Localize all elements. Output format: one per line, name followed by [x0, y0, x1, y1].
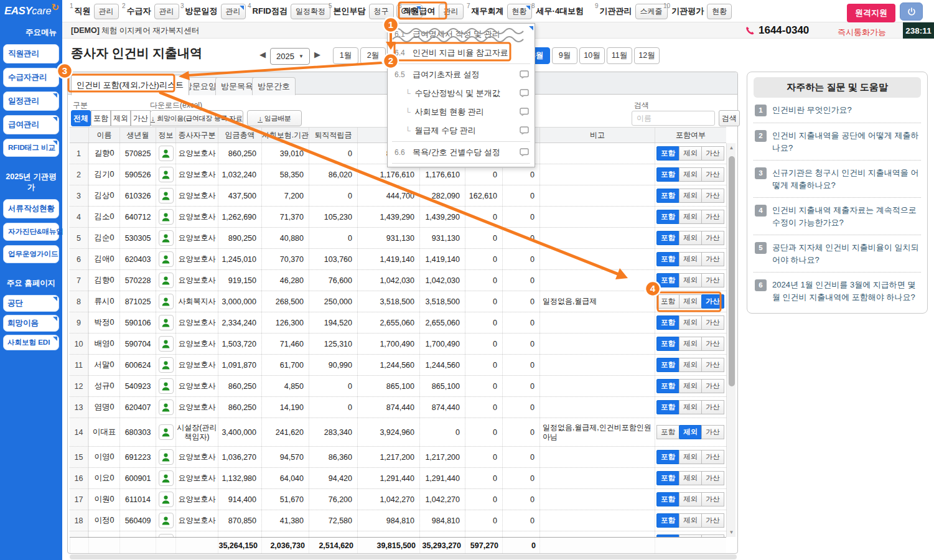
status-button-가산[interactable]: 가산	[701, 337, 724, 351]
download-button-2[interactable]: ↓임금배분	[247, 110, 302, 126]
employee-info-button[interactable]	[159, 336, 174, 352]
status-button-가산[interactable]: 가산	[701, 294, 724, 309]
faq-item-5[interactable]: 5공단과 지자체 인건비 지출비율이 일치되어야 하나요?	[754, 235, 921, 273]
employee-info-button[interactable]	[159, 188, 174, 203]
nav-item-label[interactable]: 재무회계	[472, 6, 504, 17]
employee-info-button[interactable]	[159, 424, 174, 440]
employee-info-button[interactable]	[159, 513, 174, 528]
prev-year-button[interactable]: ◀	[259, 50, 266, 59]
employee-info-button[interactable]	[159, 167, 174, 182]
nav-item-label[interactable]: 방문일정	[185, 6, 218, 17]
nav-item-label[interactable]: 세무·4대보험	[536, 6, 584, 17]
menu-item-수당산정방식 및 분개값[interactable]: └수당산정방식 및 분개값	[388, 84, 535, 103]
filter-button-가산[interactable]: 가산	[131, 110, 151, 126]
menu-item-6.1[interactable]: 6.1급여명세서 작성 및 관리	[388, 25, 535, 44]
download-button-1[interactable]: ↓희망이음(급여대장 등록 자료)	[150, 110, 243, 126]
faq-item-6[interactable]: 62024년 1월 인건비를 3월에 지급하면 몇월 인건비 지출내역에 포함해…	[754, 273, 921, 309]
status-button-가산[interactable]: 가산	[701, 513, 724, 528]
status-button-포함[interactable]: 포함	[656, 210, 679, 224]
employee-info-button[interactable]	[159, 209, 174, 225]
nav-sub-button[interactable]: 청구	[369, 4, 394, 19]
employee-info-button[interactable]	[159, 399, 174, 415]
employee-info-button[interactable]	[159, 146, 174, 161]
menu-item-월급제 수당 관리[interactable]: └월급제 수당 관리	[388, 121, 535, 140]
filter-button-제외[interactable]: 제외	[111, 110, 131, 126]
employee-info-button[interactable]	[159, 251, 174, 267]
nav-sub-button[interactable]: 스케줄	[635, 4, 668, 19]
sidebar-item-서류작성현황[interactable]: 서류작성현황	[3, 199, 59, 218]
status-button-제외[interactable]: 제외	[679, 252, 702, 266]
tab-1[interactable]: 인건비 포함(제외,가산)리스트	[71, 75, 189, 95]
sidebar-item-사회보험 EDI[interactable]: 사회보험 EDI	[3, 335, 59, 350]
nav-item-label[interactable]: RFID점검	[253, 6, 287, 17]
nav-sub-button[interactable]: 일정확정	[291, 4, 330, 19]
status-button-포함[interactable]: 포함	[656, 337, 679, 351]
month-button-12월[interactable]: 12월	[634, 47, 660, 64]
sidebar-item-업무운영가이드[interactable]: 업무운영가이드	[3, 245, 59, 263]
status-button-포함[interactable]: 포함	[656, 315, 679, 330]
status-button-제외[interactable]: 제외	[679, 315, 702, 330]
power-button[interactable]	[900, 2, 923, 21]
status-button-포함[interactable]: 포함	[656, 471, 679, 485]
employee-info-button[interactable]	[159, 273, 174, 288]
status-button-제외[interactable]: 제외	[679, 379, 702, 393]
status-button-포함[interactable]: 포함	[656, 231, 679, 245]
search-button[interactable]: 검색	[719, 110, 740, 126]
status-button-제외[interactable]: 제외	[679, 492, 702, 506]
status-button-제외[interactable]: 제외	[679, 167, 702, 182]
sidebar-item-RFID태그 비교[interactable]: RFID태그 비교	[3, 139, 59, 157]
employee-info-button[interactable]	[159, 230, 174, 246]
filter-button-포함[interactable]: 포함	[91, 110, 111, 126]
employee-info-button[interactable]	[159, 492, 174, 507]
status-button-가산[interactable]: 가산	[701, 450, 724, 464]
status-button-가산[interactable]: 가산	[701, 358, 724, 372]
status-button-가산[interactable]: 가산	[701, 231, 724, 245]
status-button-포함[interactable]: 포함	[656, 400, 679, 414]
status-button-가산[interactable]: 가산	[701, 400, 724, 414]
status-button-포함[interactable]: 포함	[656, 379, 679, 393]
month-button-1월[interactable]: 1월	[333, 47, 358, 64]
status-button-포함[interactable]: 포함	[656, 358, 679, 372]
nav-item-label[interactable]: 수급자	[127, 6, 151, 17]
status-button-포함[interactable]: 포함	[656, 492, 679, 506]
filter-button-전체[interactable]: 전체	[71, 110, 91, 126]
sidebar-item-직원관리[interactable]: 직원관리	[3, 44, 59, 63]
status-button-제외[interactable]: 제외	[679, 358, 702, 372]
status-button-제외[interactable]: 제외	[679, 231, 702, 245]
month-button-2월[interactable]: 2월	[360, 47, 386, 64]
phone-number[interactable]: 1644-0340	[759, 24, 809, 37]
employee-info-button[interactable]	[159, 315, 174, 330]
status-button-제외[interactable]: 제외	[679, 210, 702, 224]
status-button-제외[interactable]: 제외	[679, 450, 702, 464]
status-button-포함[interactable]: 포함	[656, 167, 679, 182]
status-button-포함[interactable]: 포함	[656, 252, 679, 266]
status-button-제외[interactable]: 제외	[679, 400, 702, 414]
employee-info-button[interactable]	[159, 357, 174, 373]
status-button-포함[interactable]: 포함	[656, 146, 679, 161]
status-button-가산[interactable]: 가산	[701, 210, 724, 224]
nav-sub-button[interactable]: 현황	[707, 4, 732, 19]
status-button-포함[interactable]: 포함	[656, 273, 679, 287]
nav-sub-button[interactable]: 현황	[507, 4, 532, 19]
scrollbar-thumb[interactable]	[729, 156, 735, 386]
nav-item-label[interactable]: 기관평가	[671, 6, 704, 17]
faq-item-3[interactable]: 3신규기관은 청구시 인건비 지출내역을 어떻게 제출하나요?	[754, 161, 921, 198]
scroll-down-icon[interactable]: ▼	[727, 530, 736, 535]
status-button-제외[interactable]: 제외	[679, 471, 702, 485]
status-button-제외[interactable]: 제외	[679, 146, 702, 161]
employee-info-button[interactable]	[159, 378, 174, 394]
faq-item-1[interactable]: 1인건비란 무엇인가요?	[754, 98, 921, 123]
status-button-포함[interactable]: 포함	[656, 294, 679, 309]
search-input[interactable]	[632, 111, 715, 126]
status-button-가산[interactable]: 가산	[701, 379, 724, 393]
status-button-가산[interactable]: 가산	[701, 273, 724, 287]
status-button-가산[interactable]: 가산	[701, 146, 724, 161]
menu-item-6.4[interactable]: 6.4인건비 지급 비율 참고자료	[388, 44, 535, 62]
status-button-가산[interactable]: 가산	[701, 315, 724, 330]
year-select[interactable]: 2025▼	[270, 48, 310, 65]
employee-info-button[interactable]	[159, 470, 174, 486]
nav-item-label[interactable]: 직원급여	[403, 6, 436, 17]
nav-sub-button[interactable]: 관리	[439, 4, 464, 19]
month-button-10월[interactable]: 10월	[579, 47, 605, 64]
tab-4[interactable]: 방문간호	[252, 77, 296, 95]
